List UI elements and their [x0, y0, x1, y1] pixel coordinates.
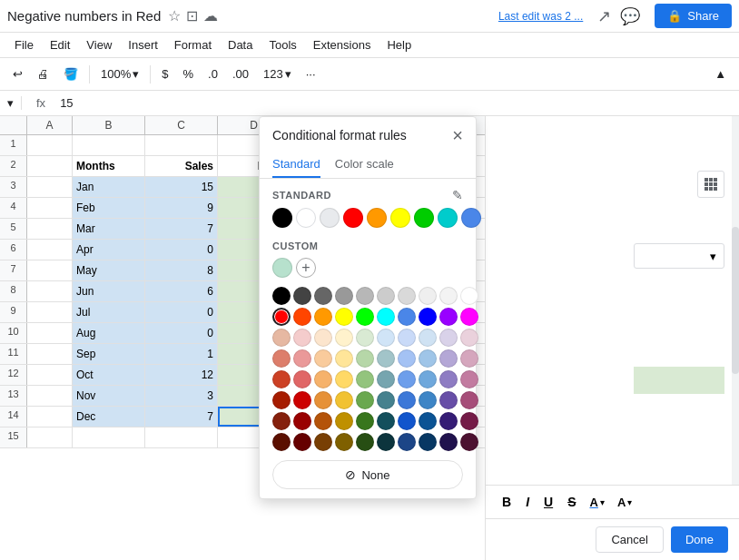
cell-a12[interactable] — [27, 365, 73, 385]
cell-a14[interactable] — [27, 407, 73, 427]
cell-a5[interactable] — [27, 219, 73, 239]
grid-color-5-4[interactable] — [356, 391, 374, 409]
grid-color-6-6[interactable] — [398, 412, 416, 430]
cell-b8[interactable]: Jun — [73, 281, 145, 301]
done-button[interactable]: Done — [671, 526, 728, 553]
grid-color-1-9[interactable] — [460, 308, 478, 326]
grid-color-5-6[interactable] — [398, 391, 416, 409]
cell-b12[interactable]: Oct — [73, 365, 145, 385]
menu-help[interactable]: Help — [379, 36, 419, 54]
font-color-button[interactable]: A ▾ — [585, 493, 608, 512]
grid-color-1-7[interactable] — [419, 308, 437, 326]
cell-c8[interactable]: 6 — [145, 281, 218, 301]
undo-button[interactable]: ↩ — [7, 64, 28, 84]
grid-color-7-8[interactable] — [439, 433, 458, 451]
grid-color-5-3[interactable] — [335, 391, 353, 409]
grid-color-5-9[interactable] — [460, 391, 478, 409]
cell-c7[interactable]: 8 — [145, 260, 218, 280]
italic-button[interactable]: I — [520, 491, 535, 513]
grid-color-7-3[interactable] — [335, 433, 353, 451]
grid-color-3-3[interactable] — [335, 349, 353, 368]
grid-color-2-7[interactable] — [419, 329, 437, 347]
grid-color-7-6[interactable] — [398, 433, 416, 451]
menu-insert[interactable]: Insert — [121, 36, 165, 54]
close-icon[interactable]: × — [452, 126, 463, 144]
grid-color-1-2[interactable] — [314, 308, 332, 326]
cell-a7[interactable] — [27, 260, 73, 280]
grid-color-4-8[interactable] — [439, 370, 458, 388]
std-color-2[interactable] — [296, 208, 316, 228]
grid-color-6-0[interactable] — [272, 412, 291, 430]
cell-c9[interactable]: 0 — [145, 302, 218, 322]
number-format-button[interactable]: 123 ▾ — [258, 64, 297, 84]
tab-standard[interactable]: Standard — [272, 152, 320, 178]
grid-color-1-5[interactable] — [377, 308, 395, 326]
grid-color-5-7[interactable] — [419, 391, 437, 409]
cell-a15[interactable] — [27, 427, 73, 447]
grid-color-3-5[interactable] — [377, 349, 395, 368]
grid-color-2-1[interactable] — [293, 329, 311, 347]
cell-c5[interactable]: 7 — [145, 219, 218, 239]
cell-b6[interactable]: Apr — [73, 240, 145, 260]
grid-color-7-1[interactable] — [293, 433, 311, 451]
grid-color-4-4[interactable] — [356, 370, 374, 388]
cell-b15[interactable] — [73, 427, 145, 447]
grid-color-7-5[interactable] — [377, 433, 395, 451]
grid-color-2-5[interactable] — [377, 329, 395, 347]
cell-c14[interactable]: 7 — [145, 407, 218, 427]
cell-a11[interactable] — [27, 344, 73, 364]
std-color-3[interactable] — [320, 208, 340, 228]
std-color-8[interactable] — [438, 208, 458, 228]
grid-color-6-9[interactable] — [460, 412, 478, 430]
cell-a13[interactable] — [27, 386, 73, 406]
cell-b10[interactable]: Aug — [73, 323, 145, 343]
menu-data[interactable]: Data — [221, 36, 260, 54]
std-color-1[interactable] — [272, 208, 292, 228]
cell-b4[interactable]: Feb — [73, 198, 145, 218]
cell-c2[interactable]: Sales — [145, 156, 218, 176]
cell-a3[interactable] — [27, 177, 73, 197]
grid-color-6-4[interactable] — [356, 412, 374, 430]
grid-color-3-8[interactable] — [439, 349, 458, 368]
trending-icon[interactable]: ↗ — [597, 6, 611, 26]
scrollbar-track[interactable] — [732, 116, 739, 485]
cell-b13[interactable]: Nov — [73, 386, 145, 406]
strikethrough-button[interactable]: S — [562, 491, 581, 513]
grid-color-4-2[interactable] — [314, 370, 332, 388]
decimal-more-button[interactable]: .00 — [227, 64, 254, 84]
comment-icon[interactable]: 💬 — [620, 6, 640, 26]
cell-c15[interactable] — [145, 427, 218, 447]
percent-button[interactable]: % — [177, 64, 199, 84]
cell-c13[interactable]: 3 — [145, 386, 218, 406]
grid-color-0-2[interactable] — [314, 287, 332, 305]
cell-b1[interactable] — [73, 135, 145, 155]
cell-a4[interactable] — [27, 198, 73, 218]
col-header-a[interactable]: A — [27, 116, 73, 134]
cell-b3[interactable]: Jan — [73, 177, 145, 197]
last-edit[interactable]: Last edit was 2 ... — [498, 10, 583, 23]
grid-color-7-2[interactable] — [314, 433, 332, 451]
std-color-6[interactable] — [390, 208, 410, 228]
grid-color-3-0[interactable] — [272, 349, 291, 368]
grid-color-3-4[interactable] — [356, 349, 374, 368]
grid-color-6-5[interactable] — [377, 412, 395, 430]
grid-color-3-7[interactable] — [419, 349, 437, 368]
cell-b11[interactable]: Sep — [73, 344, 145, 364]
right-panel-dropdown[interactable]: ▾ — [634, 243, 724, 269]
cell-c12[interactable]: 12 — [145, 365, 218, 385]
grid-color-3-1[interactable] — [293, 349, 311, 368]
menu-extensions[interactable]: Extensions — [306, 36, 379, 54]
folder-icon[interactable]: ⊡ — [186, 7, 198, 25]
currency-button[interactable]: $ — [156, 64, 173, 84]
cell-reference-dropdown[interactable]: ▾ — [7, 96, 22, 110]
decimal-less-button[interactable]: .0 — [202, 64, 223, 84]
grid-color-2-6[interactable] — [398, 329, 416, 347]
grid-color-1-6[interactable] — [398, 308, 416, 326]
grid-color-5-2[interactable] — [314, 391, 332, 409]
grid-color-1-3[interactable] — [335, 308, 353, 326]
grid-color-5-8[interactable] — [439, 391, 458, 409]
scrollbar-thumb[interactable] — [732, 227, 739, 374]
grid-color-1-4[interactable] — [356, 308, 374, 326]
cell-a8[interactable] — [27, 281, 73, 301]
cell-b9[interactable]: Jul — [73, 302, 145, 322]
